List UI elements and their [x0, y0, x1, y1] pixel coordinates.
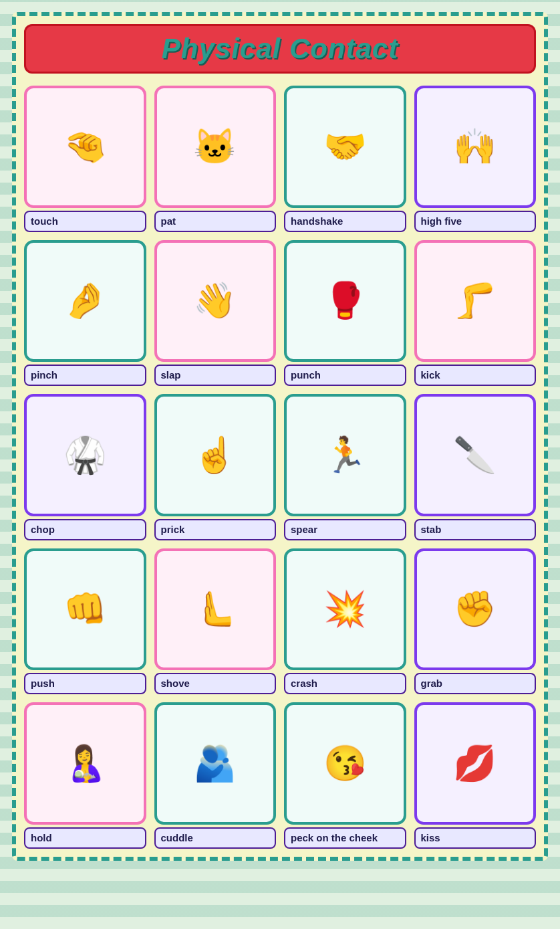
card-slap: 👋slap	[154, 240, 277, 387]
image-punch: 🥊	[284, 240, 406, 363]
illustration-punch: 🥊	[287, 243, 404, 360]
illustration-pat: 🐱	[157, 88, 274, 205]
illustration-prick: ☝️	[157, 397, 274, 514]
label-text-slap: slap	[161, 369, 181, 381]
label-pinch: pinch	[24, 365, 146, 386]
illustration-crash: 💥	[287, 551, 404, 668]
label-peck-on-the-cheek: peck on the cheek	[284, 827, 406, 849]
image-hold: 🤱	[24, 702, 146, 825]
illustration-slap: 👋	[157, 243, 274, 360]
label-high-five: high five	[414, 211, 537, 232]
label-chop: chop	[24, 519, 146, 540]
card-stab: 🔪stab	[414, 394, 537, 540]
image-push: 👊	[24, 548, 146, 671]
card-cuddle: 🫂cuddle	[154, 702, 277, 849]
card-shove: 🫷shove	[154, 548, 277, 695]
image-grab: ✊	[414, 548, 537, 671]
card-pat: 🐱pat	[154, 86, 277, 232]
illustration-pinch: 🤌	[27, 243, 144, 360]
image-pat: 🐱	[154, 86, 277, 208]
image-crash: 💥	[284, 548, 406, 671]
card-prick: ☝️prick	[154, 394, 277, 540]
label-crash: crash	[284, 673, 406, 694]
main-container: Physical Contact 🤏touch🐱pat🤝handshake🙌hi…	[12, 12, 548, 861]
image-stab: 🔪	[414, 394, 537, 516]
label-push: push	[24, 673, 146, 694]
label-hold: hold	[24, 827, 146, 849]
image-peck-on-the-cheek: 😘	[284, 702, 406, 825]
label-text-push: push	[31, 678, 55, 689]
image-chop: 🥋	[24, 394, 146, 516]
illustration-grab: ✊	[417, 551, 534, 668]
label-handshake: handshake	[284, 211, 406, 232]
label-text-stab: stab	[421, 524, 442, 535]
label-cuddle: cuddle	[154, 827, 277, 849]
label-text-handshake: handshake	[291, 215, 343, 227]
title-bar: Physical Contact	[24, 24, 536, 74]
image-kick: 🦵	[414, 240, 537, 363]
image-handshake: 🤝	[284, 86, 406, 208]
label-text-prick: prick	[161, 524, 185, 535]
label-text-chop: chop	[31, 524, 55, 535]
label-grab: grab	[414, 673, 537, 694]
cards-grid: 🤏touch🐱pat🤝handshake🙌high five🤌pinch👋sla…	[24, 86, 536, 849]
label-pat: pat	[154, 211, 277, 232]
image-kiss: 💋	[414, 702, 537, 825]
image-touch: 🤏	[24, 86, 146, 208]
label-text-hold: hold	[31, 832, 52, 843]
illustration-cuddle: 🫂	[157, 705, 274, 822]
card-peck-on-the-cheek: 😘peck on the cheek	[284, 702, 406, 849]
label-spear: spear	[284, 519, 406, 540]
illustration-touch: 🤏	[27, 88, 144, 205]
illustration-kick: 🦵	[417, 243, 534, 360]
label-touch: touch	[24, 211, 146, 232]
card-high-five: 🙌high five	[414, 86, 537, 232]
image-pinch: 🤌	[24, 240, 146, 363]
image-prick: ☝️	[154, 394, 277, 516]
illustration-high-five: 🙌	[417, 88, 534, 205]
label-kiss: kiss	[414, 827, 537, 849]
card-punch: 🥊punch	[284, 240, 406, 387]
card-chop: 🥋chop	[24, 394, 146, 540]
image-shove: 🫷	[154, 548, 277, 671]
label-text-punch: punch	[291, 369, 321, 381]
label-text-high-five: high five	[421, 215, 462, 227]
label-kick: kick	[414, 365, 537, 386]
label-prick: prick	[154, 519, 277, 540]
card-push: 👊push	[24, 548, 146, 695]
illustration-handshake: 🤝	[287, 88, 404, 205]
label-text-peck-on-the-cheek: peck on the cheek	[291, 832, 378, 843]
image-slap: 👋	[154, 240, 277, 363]
card-touch: 🤏touch	[24, 86, 146, 232]
image-high-five: 🙌	[414, 86, 537, 208]
label-text-kiss: kiss	[421, 832, 440, 843]
illustration-shove: 🫷	[157, 551, 274, 668]
illustration-hold: 🤱	[27, 705, 144, 822]
label-text-pinch: pinch	[31, 369, 57, 381]
label-text-kick: kick	[421, 369, 440, 381]
label-text-cuddle: cuddle	[161, 832, 193, 843]
label-text-shove: shove	[161, 678, 190, 689]
card-kick: 🦵kick	[414, 240, 537, 387]
image-spear: 🏃	[284, 394, 406, 516]
card-crash: 💥crash	[284, 548, 406, 695]
label-text-crash: crash	[291, 678, 317, 689]
illustration-peck-on-the-cheek: 😘	[287, 705, 404, 822]
illustration-kiss: 💋	[417, 705, 534, 822]
label-slap: slap	[154, 365, 277, 386]
card-pinch: 🤌pinch	[24, 240, 146, 387]
label-text-touch: touch	[31, 215, 58, 227]
illustration-spear: 🏃	[287, 397, 404, 514]
card-kiss: 💋kiss	[414, 702, 537, 849]
illustration-push: 👊	[27, 551, 144, 668]
card-handshake: 🤝handshake	[284, 86, 406, 232]
label-text-pat: pat	[161, 215, 176, 227]
label-stab: stab	[414, 519, 537, 540]
card-hold: 🤱hold	[24, 702, 146, 849]
label-text-spear: spear	[291, 524, 317, 535]
illustration-stab: 🔪	[417, 397, 534, 514]
label-shove: shove	[154, 673, 277, 694]
image-cuddle: 🫂	[154, 702, 277, 825]
label-text-grab: grab	[421, 678, 443, 689]
card-grab: ✊grab	[414, 548, 537, 695]
